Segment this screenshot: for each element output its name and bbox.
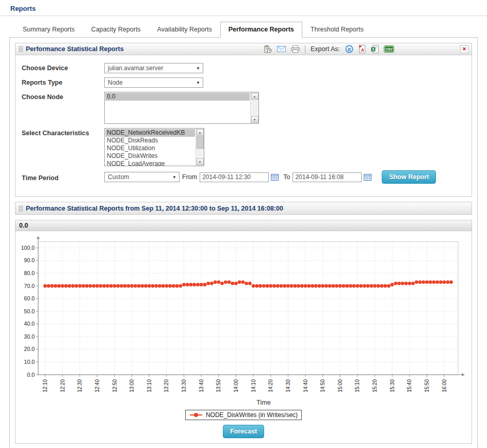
svg-text:13:40: 13:40: [199, 379, 204, 392]
svg-text:12:30: 12:30: [77, 379, 83, 392]
export-as-label: Export As:: [311, 45, 340, 53]
chart-legend: NODE_DiskWrites (in Writes/sec): [15, 410, 472, 420]
performance-chart: 0.010.020.030.040.050.060.070.080.090.01…: [17, 234, 470, 409]
choose-device-label: Choose Device: [22, 63, 104, 72]
svg-text:e: e: [348, 46, 351, 52]
tab-summary-reports[interactable]: Summary Reports: [14, 22, 83, 37]
breadcrumb[interactable]: Reports: [0, 0, 487, 15]
scroll-up-icon[interactable]: ▲: [197, 129, 204, 136]
config-widget-title: Performance Statistical Reports: [26, 45, 124, 53]
characteristic-list-item[interactable]: NODE_DiskReads: [105, 137, 195, 145]
node-list-item[interactable]: 0.0: [105, 93, 250, 101]
svg-text:13:10: 13:10: [147, 379, 152, 392]
svg-text:15:10: 15:10: [354, 379, 360, 392]
svg-text:Time: Time: [256, 399, 270, 406]
characteristics-listbox[interactable]: NODE_NetworkReceivedKBNODE_DiskReadsNODE…: [104, 128, 204, 166]
content-panel: Performance Statistical Reports: [9, 37, 478, 448]
svg-text:40.0: 40.0: [24, 321, 35, 327]
select-characteristics-row: Select Characteristics NODE_NetworkRecei…: [22, 128, 466, 166]
svg-text:14:40: 14:40: [303, 379, 309, 392]
calendar-icon[interactable]: [364, 173, 371, 181]
svg-text:14:00: 14:00: [233, 379, 239, 392]
svg-text:13:20: 13:20: [164, 379, 169, 392]
choose-device-value: julian.avamar.server: [108, 65, 163, 72]
choose-node-label: Choose Node: [22, 92, 104, 101]
choose-device-row: Choose Device julian.avamar.server ▼: [22, 63, 466, 73]
export-pdf-icon[interactable]: A: [359, 45, 366, 53]
svg-text:30.0: 30.0: [24, 333, 35, 340]
scrollbar-thumb[interactable]: [197, 136, 204, 149]
characteristic-list-item[interactable]: NODE_DiskWrites: [105, 152, 195, 160]
scroll-down-icon[interactable]: ▼: [197, 158, 204, 165]
characteristics-scrollbar[interactable]: ▲ ▼: [196, 129, 204, 166]
reports-type-row: Reports Type Node ▼: [22, 77, 466, 88]
svg-text:15:50: 15:50: [424, 379, 430, 392]
time-period-select[interactable]: Custom ▼: [104, 172, 180, 182]
choose-device-select[interactable]: julian.avamar.server ▼: [104, 63, 203, 73]
node-list-scrollbar[interactable]: ▲ ▼: [250, 92, 258, 123]
svg-text:14:10: 14:10: [251, 379, 256, 392]
export-html-icon[interactable]: e: [345, 45, 353, 53]
tab-performance-reports[interactable]: Performance Reports: [220, 22, 302, 38]
time-period-row: Time Period Custom ▼ From: [22, 170, 466, 184]
svg-text:12:40: 12:40: [94, 379, 100, 392]
svg-text:14:50: 14:50: [320, 379, 326, 392]
svg-text:70.0: 70.0: [24, 283, 35, 289]
drag-handle-icon[interactable]: [19, 205, 23, 212]
from-date-input[interactable]: [200, 172, 269, 182]
result-widget-title: Performance Statistical Reports from Sep…: [26, 205, 283, 212]
forecast-button[interactable]: Forecast: [223, 425, 264, 438]
from-label: From: [182, 173, 197, 181]
svg-text:60.0: 60.0: [24, 295, 35, 301]
svg-text:12:50: 12:50: [112, 379, 118, 392]
svg-text:15:20: 15:20: [372, 379, 378, 392]
svg-text:15:00: 15:00: [337, 379, 343, 392]
reports-type-value: Node: [108, 79, 123, 86]
tab-capacity-reports[interactable]: Capacity Reports: [83, 22, 149, 37]
scroll-down-icon[interactable]: ▼: [251, 116, 258, 123]
email-icon[interactable]: [277, 46, 286, 52]
characteristic-list-item[interactable]: NODE_Utilization: [105, 145, 195, 152]
scroll-up-icon[interactable]: ▲: [251, 93, 258, 100]
result-widget-header: Performance Statistical Reports from Sep…: [15, 202, 472, 214]
legend-marker-icon: [189, 412, 203, 418]
calendar-icon[interactable]: [271, 173, 279, 181]
report-config-widget: Performance Statistical Reports: [15, 43, 472, 197]
drag-handle-icon[interactable]: [19, 46, 23, 52]
tab-availability-reports[interactable]: Availability Reports: [149, 22, 220, 37]
config-widget-header: Performance Statistical Reports: [15, 43, 472, 55]
schedule-report-icon[interactable]: [263, 45, 272, 53]
svg-text:20.0: 20.0: [24, 346, 35, 352]
svg-text:90.0: 90.0: [24, 257, 35, 263]
choose-node-listbox[interactable]: 0.0 ▲ ▼: [104, 92, 259, 124]
legend-item: NODE_DiskWrites (in Writes/sec): [185, 410, 302, 420]
chevron-down-icon: ▼: [172, 175, 176, 180]
chart-group-title: 0.0: [15, 220, 472, 231]
svg-text:13:50: 13:50: [216, 379, 221, 392]
chevron-down-icon: ▼: [196, 66, 200, 71]
tab-threshold-reports[interactable]: Threshold Reports: [302, 22, 372, 37]
svg-text:12:10: 12:10: [42, 379, 48, 392]
characteristic-list-item[interactable]: NODE_NetworkReceivedKB: [105, 129, 195, 137]
export-csv-icon[interactable]: CSV: [384, 45, 394, 53]
to-date-input[interactable]: [293, 172, 362, 182]
close-icon[interactable]: ×: [460, 45, 468, 53]
forecast-button-wrap: Forecast: [15, 425, 472, 438]
svg-text:A: A: [360, 47, 364, 53]
characteristic-list-item[interactable]: NODE_LoadAverage: [105, 160, 195, 166]
svg-text:13:00: 13:00: [129, 379, 135, 392]
svg-text:10.0: 10.0: [24, 359, 35, 365]
print-icon[interactable]: [291, 45, 300, 53]
reports-type-select[interactable]: Node ▼: [104, 77, 203, 88]
show-report-button[interactable]: Show Report: [382, 170, 436, 184]
svg-text:13:30: 13:30: [181, 379, 187, 392]
toolbar-divider: [305, 45, 305, 53]
breadcrumb-divider: [0, 15, 487, 16]
report-result-widget: Performance Statistical Reports from Sep…: [15, 202, 472, 215]
report-tabs: Summary ReportsCapacity ReportsAvailabil…: [14, 22, 487, 37]
svg-text:0.0: 0.0: [27, 372, 35, 378]
svg-text:12:20: 12:20: [60, 379, 66, 392]
svg-text:100.0: 100.0: [21, 245, 35, 251]
legend-label: NODE_DiskWrites (in Writes/sec): [206, 411, 298, 419]
export-excel-icon[interactable]: X: [371, 45, 379, 53]
